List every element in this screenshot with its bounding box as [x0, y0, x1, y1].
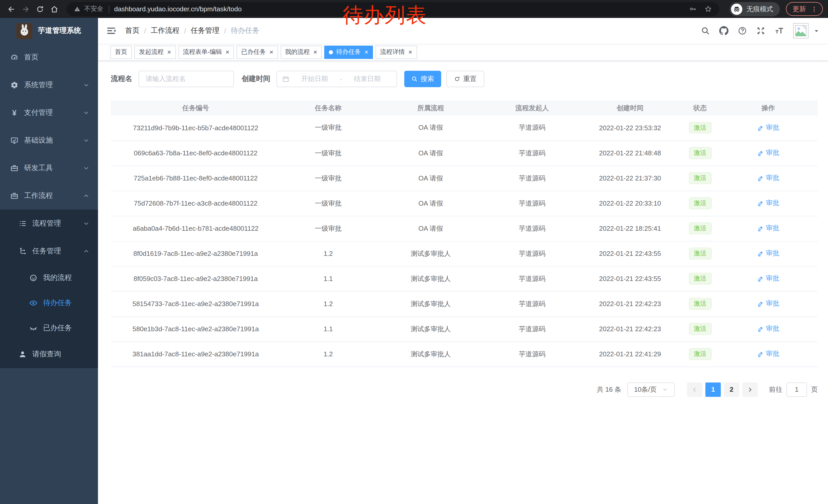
- tab-close-icon[interactable]: ×: [269, 49, 273, 55]
- tab-label: 流程表单-编辑: [183, 48, 222, 56]
- tab-close-icon[interactable]: ×: [365, 49, 368, 55]
- chevron-down-icon: [83, 137, 89, 144]
- sidebar-item-workflow[interactable]: 工作流程: [0, 182, 98, 210]
- starter-cell: 芋道源码: [486, 341, 579, 367]
- breadcrumb-item[interactable]: 工作流程: [151, 26, 179, 35]
- status-badge: 激活: [689, 173, 711, 184]
- browser-menu-dots-icon[interactable]: [811, 5, 818, 12]
- approve-button[interactable]: 审批: [757, 249, 779, 258]
- sidebar-item-todo-tasks[interactable]: 待办任务: [0, 290, 98, 315]
- sidebar-item-infrastructure[interactable]: 基础设施: [0, 127, 98, 154]
- time-cell: 2022-01-22 21:48:48: [579, 140, 681, 166]
- reload-icon: [36, 5, 44, 13]
- tab-done-tasks[interactable]: 已办任务×: [237, 45, 278, 59]
- sidebar-item-process-mgmt[interactable]: 流程管理: [0, 210, 98, 237]
- approve-button[interactable]: 审批: [757, 274, 779, 283]
- tab-process-detail[interactable]: 流程详情×: [376, 45, 417, 59]
- process-name-label: 流程名: [111, 74, 138, 84]
- status-cell: 激活: [681, 241, 719, 266]
- approve-label: 审批: [766, 350, 779, 359]
- approve-label: 审批: [766, 123, 779, 132]
- browser-update-button[interactable]: 更新: [786, 2, 823, 16]
- tab-home[interactable]: 首页: [110, 45, 132, 59]
- task-name-cell: 一级审批: [280, 116, 376, 140]
- sidebar-item-my-process[interactable]: 我的流程: [0, 265, 98, 290]
- status-cell: 激活: [681, 291, 719, 316]
- reset-button[interactable]: 重置: [446, 71, 484, 87]
- breadcrumb-item[interactable]: 任务管理: [191, 26, 219, 35]
- font-size-icon[interactable]: [775, 26, 784, 35]
- tab-my-process[interactable]: 我的流程×: [281, 45, 322, 59]
- calendar-icon: [282, 75, 289, 83]
- tab-todo-tasks[interactable]: 待办任务×: [325, 45, 373, 59]
- status-badge: 激活: [689, 223, 711, 234]
- page-button-1[interactable]: 1: [705, 382, 721, 397]
- tab-form-edit[interactable]: 流程表单-编辑×: [178, 45, 234, 59]
- starter-cell: 芋道源码: [486, 241, 579, 266]
- approve-button[interactable]: 审批: [757, 199, 779, 208]
- page-size-select[interactable]: 10条/页: [627, 382, 675, 397]
- table-row: 381aa1dd-7ac8-11ec-a9e2-a2380e71991a1.2测…: [111, 341, 818, 367]
- tab-close-icon[interactable]: ×: [225, 49, 229, 55]
- sidebar-item-system[interactable]: 系统管理: [0, 71, 98, 99]
- process-name-input[interactable]: 请输入流程名: [138, 71, 234, 87]
- incognito-badge: 无痕模式: [730, 2, 780, 16]
- search-button[interactable]: 搜索: [404, 71, 441, 87]
- security-chip[interactable]: 不安全: [74, 5, 104, 13]
- process-cell: OA 请假: [376, 216, 485, 241]
- bookmark-star-icon[interactable]: [704, 5, 712, 13]
- sidebar-item-task-mgmt[interactable]: 任务管理: [0, 237, 98, 265]
- browser-reload-button[interactable]: [34, 3, 46, 15]
- page-button-2[interactable]: 2: [724, 382, 739, 397]
- browser-back-button[interactable]: [5, 3, 17, 15]
- approve-button[interactable]: 审批: [757, 148, 779, 158]
- sidebar-logo[interactable]: 芋道管理系统: [0, 18, 98, 44]
- tab-label: 首页: [115, 48, 127, 56]
- user-avatar[interactable]: [793, 23, 809, 39]
- browser-home-button[interactable]: [48, 3, 60, 15]
- date-range-input[interactable]: 开始日期 - 结束日期: [277, 71, 397, 87]
- goto-page-input[interactable]: [786, 382, 807, 397]
- sidebar-item-dev-tools[interactable]: 研发工具: [0, 154, 98, 182]
- approve-button[interactable]: 审批: [757, 224, 779, 233]
- edit-icon: [757, 200, 764, 207]
- time-cell: 2022-01-21 22:42:23: [579, 316, 681, 341]
- hamburger-icon[interactable]: [106, 26, 117, 36]
- approve-button[interactable]: 审批: [757, 324, 779, 333]
- sidebar-item-done-tasks[interactable]: 已办任务: [0, 315, 98, 340]
- sidebar-item-home[interactable]: 首页: [0, 44, 98, 71]
- sidebar-item-leave-query[interactable]: 请假查询: [0, 340, 98, 368]
- fullscreen-icon[interactable]: [756, 26, 765, 35]
- start-date-placeholder: 开始日期: [290, 74, 339, 84]
- approve-button[interactable]: 审批: [757, 174, 779, 183]
- process-cell: OA 请假: [376, 116, 485, 140]
- tab-close-icon[interactable]: ×: [167, 49, 171, 55]
- next-page-button[interactable]: [742, 382, 758, 397]
- tab-close-icon[interactable]: ×: [314, 49, 317, 55]
- approve-button[interactable]: 审批: [757, 299, 779, 308]
- breadcrumb-item[interactable]: 首页: [125, 26, 139, 35]
- browser-forward-button[interactable]: [19, 3, 32, 15]
- approve-label: 审批: [766, 224, 779, 233]
- pager-prev-icon: [692, 386, 698, 393]
- url-text: dashboard.yudao.iocoder.cn/bpm/task/todo: [114, 5, 689, 13]
- edit-icon: [757, 124, 764, 131]
- column-header: 创建时间: [579, 100, 681, 116]
- main-area: 首页/工作流程/任务管理/待办任务 首页发起流程×流程表单-编辑×已办任务×我的…: [98, 18, 828, 504]
- key-icon[interactable]: [689, 5, 697, 13]
- process-cell: 测试多审批人: [376, 316, 485, 341]
- approve-label: 审批: [766, 148, 779, 158]
- github-icon[interactable]: [719, 26, 729, 35]
- url-bar[interactable]: 不安全 dashboard.yudao.iocoder.cn/bpm/task/…: [67, 2, 719, 16]
- approve-button[interactable]: 审批: [757, 350, 779, 359]
- avatar-caret-down-icon[interactable]: [814, 28, 819, 34]
- sidebar-item-payment[interactable]: 支付管理: [0, 99, 98, 127]
- approve-button[interactable]: 审批: [757, 123, 779, 132]
- tab-start-process[interactable]: 发起流程×: [134, 45, 176, 59]
- edit-icon: [757, 150, 764, 156]
- help-icon[interactable]: [738, 26, 747, 35]
- table-row: a6aba0a4-7b6d-11ec-b781-acde48001122一级审批…: [111, 216, 818, 241]
- tab-close-icon[interactable]: ×: [408, 49, 412, 55]
- prev-page-button[interactable]: [687, 382, 702, 397]
- search-icon[interactable]: [701, 26, 710, 35]
